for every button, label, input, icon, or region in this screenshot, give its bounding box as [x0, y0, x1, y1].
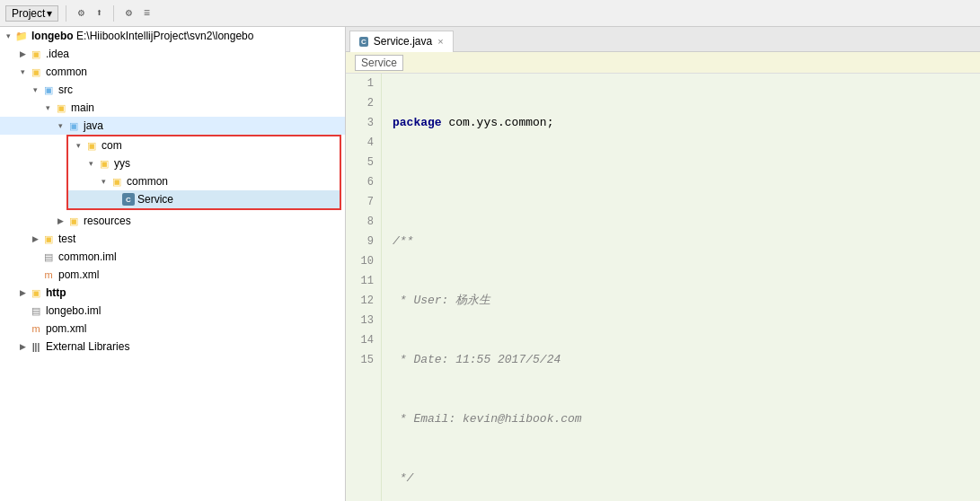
config-icon[interactable]: ⚙ [121, 6, 136, 21]
tree-label-common: common [46, 66, 87, 78]
main-layout: ▾ 📁 longebo E:\HiibookIntellijProject\sv… [0, 27, 980, 501]
folder-icon-java: ▣ [66, 119, 81, 133]
tree-label-test: test [58, 233, 75, 245]
tree-item-service[interactable]: C Service [68, 190, 340, 208]
code-line-5: * Date: 11:55 2017/5/24 [393, 350, 969, 370]
editor-area: C Service.java × Service 1 2 3 4 5 6 7 8… [346, 27, 980, 501]
toolbar: Project ▾ ⚙ ⬆ ⚙ ≡ [0, 0, 980, 27]
tree-item-ext-libs[interactable]: ▶ ||| External Libraries [0, 338, 345, 356]
tab-service-java[interactable]: C Service.java × [349, 31, 454, 52]
tree-label-java: java [84, 119, 103, 132]
tree-label-http: http [46, 286, 66, 299]
code-line-7: */ [393, 469, 969, 488]
folder-icon-common: ▣ [29, 65, 43, 79]
settings-icon[interactable]: ⚙ [74, 6, 88, 21]
code-editor[interactable]: 1 2 3 4 5 6 7 8 9 10 11 12 13 14 15 pack… [346, 74, 980, 501]
tree-arrow-longebo: ▾ [2, 31, 14, 40]
file-tree: ▾ 📁 longebo E:\HiibookIntellijProject\sv… [0, 27, 345, 501]
project-label: Project [12, 7, 45, 20]
code-content[interactable]: package com.yys.common; /** * User: 杨永生 … [382, 74, 980, 501]
tab-label: Service.java [374, 35, 432, 48]
pom-icon-1: m [41, 268, 56, 282]
tree-item-yys[interactable]: ▾ ▣ yys [68, 154, 340, 172]
java-file-icon-service: C [122, 193, 135, 206]
expand-icon[interactable]: ⬆ [92, 6, 106, 21]
code-line-4: * User: 杨永生 [393, 291, 969, 311]
tree-arrow-yys: ▾ [84, 159, 97, 168]
tree-item-longebo[interactable]: ▾ 📁 longebo E:\HiibookIntellijProject\sv… [0, 27, 345, 45]
java-tab-icon: C [359, 37, 368, 47]
sidebar: ▾ 📁 longebo E:\HiibookIntellijProject\sv… [0, 27, 346, 501]
tree-label-longebo: longebo E:\HiibookIntellijProject\svn2\l… [31, 30, 253, 42]
tree-arrow-com: ▾ [72, 141, 84, 150]
tree-label-resources: resources [84, 215, 131, 227]
tree-label-common-iml: common.iml [58, 250, 117, 263]
menu-icon[interactable]: ≡ [139, 6, 154, 21]
tree-label-common2: common [127, 175, 168, 188]
breadcrumb-service[interactable]: Service [355, 55, 403, 71]
folder-icon-yys: ▣ [97, 156, 111, 171]
tree-item-main[interactable]: ▾ ▣ main [0, 99, 345, 117]
ext-libs-icon: ||| [29, 339, 43, 354]
tree-arrow-resources: ▶ [54, 216, 66, 225]
tree-label-main: main [71, 101, 94, 114]
tree-label-idea: .idea [46, 48, 69, 60]
tree-label-yys: yys [114, 157, 130, 170]
code-line-2 [393, 172, 969, 192]
tree-arrow-src: ▾ [29, 85, 41, 94]
code-line-6: * Email: kevin@hiibook.com [393, 409, 969, 429]
tree-label-pom2: pom.xml [46, 322, 86, 335]
tree-item-java[interactable]: ▾ ▣ java [0, 117, 345, 135]
toolbar-separator [66, 5, 66, 22]
folder-icon-test: ▣ [41, 232, 56, 246]
iml-icon: ▤ [41, 250, 56, 264]
folder-icon-src: ▣ [41, 83, 56, 97]
tree-arrow-idea: ▶ [16, 49, 29, 58]
tree-label-longebo-iml: longebo.iml [46, 304, 101, 317]
tree-item-resources[interactable]: ▶ ▣ resources [0, 212, 345, 230]
folder-icon-http: ▣ [29, 286, 43, 300]
tree-arrow-ext: ▶ [16, 342, 29, 351]
folder-icon-com: ▣ [84, 138, 99, 153]
tree-item-longebo-iml[interactable]: ▤ longebo.iml [0, 302, 345, 320]
tree-highlight-box: ▾ ▣ com ▾ ▣ yys ▾ ▣ common [66, 135, 341, 210]
iml-icon-2: ▤ [29, 303, 43, 318]
tree-label-service: Service [137, 193, 173, 206]
tree-label-ext-libs: External Libraries [46, 340, 129, 353]
pom-icon-2: m [29, 321, 43, 336]
tree-arrow-test: ▶ [29, 234, 41, 243]
folder-icon-common2: ▣ [110, 174, 124, 189]
tree-item-pom2[interactable]: m pom.xml [0, 320, 345, 338]
tree-item-common-iml[interactable]: ▤ common.iml [0, 248, 345, 266]
tree-item-common2[interactable]: ▾ ▣ common [68, 172, 340, 190]
tree-label-src: src [58, 84, 73, 96]
tab-close-icon[interactable]: × [437, 36, 443, 47]
tree-arrow-common2: ▾ [97, 177, 110, 186]
tree-item-test[interactable]: ▶ ▣ test [0, 230, 345, 248]
project-dropdown[interactable]: Project ▾ [5, 5, 58, 22]
tree-item-common[interactable]: ▾ ▣ common [0, 63, 345, 81]
tree-item-src[interactable]: ▾ ▣ src [0, 81, 345, 99]
tree-label-com: com [102, 139, 122, 152]
tree-arrow-java: ▾ [54, 121, 66, 130]
tree-item-pom1[interactable]: m pom.xml [0, 266, 345, 284]
tab-bar: C Service.java × [346, 27, 980, 52]
folder-icon-resources: ▣ [66, 214, 81, 228]
tree-item-http[interactable]: ▶ ▣ http [0, 284, 345, 302]
folder-icon-longebo: 📁 [14, 29, 29, 43]
code-line-3: /** [393, 232, 969, 251]
line-numbers: 1 2 3 4 5 6 7 8 9 10 11 12 13 14 15 [346, 74, 382, 501]
tree-arrow-common: ▾ [16, 67, 29, 76]
dropdown-arrow-icon: ▾ [47, 7, 52, 20]
code-line-1: package com.yys.common; [393, 113, 969, 133]
breadcrumb-bar: Service [346, 52, 980, 74]
tree-label-pom1: pom.xml [58, 268, 99, 281]
tree-item-com[interactable]: ▾ ▣ com [68, 136, 340, 154]
folder-icon-idea: ▣ [29, 47, 43, 61]
tree-item-idea[interactable]: ▶ ▣ .idea [0, 45, 345, 63]
tree-arrow-http: ▶ [16, 288, 29, 297]
tree-arrow-main: ▾ [41, 103, 54, 112]
toolbar-separator-2 [113, 5, 114, 22]
folder-icon-main: ▣ [54, 101, 68, 115]
